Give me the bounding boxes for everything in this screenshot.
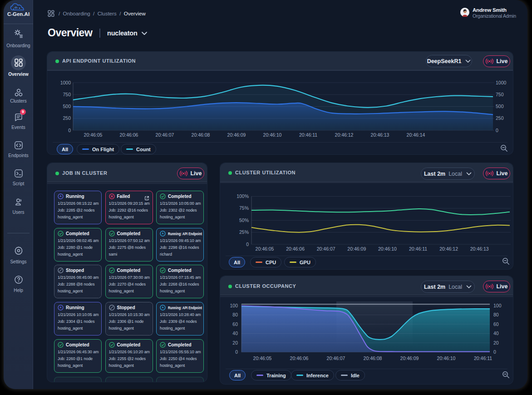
svg-text:20: 20 [493, 340, 499, 346]
svg-text:20:46:14: 20:46:14 [407, 132, 425, 138]
svg-text:20:46:09: 20:46:09 [400, 356, 419, 361]
svg-text:20:46:13: 20:46:13 [371, 132, 389, 138]
svg-text:250: 250 [63, 115, 71, 121]
svg-text:20:46:05: 20:46:05 [256, 246, 274, 252]
svg-text:0: 0 [246, 242, 249, 247]
svg-text:20:46:08: 20:46:08 [192, 132, 210, 138]
svg-text:20:46:07: 20:46:07 [317, 246, 335, 252]
svg-text:20:46:09: 20:46:09 [347, 246, 366, 252]
svg-text:20:46:10: 20:46:10 [263, 132, 282, 138]
svg-text:100%: 100% [236, 193, 249, 199]
svg-text:80: 80 [493, 312, 499, 317]
svg-text:20:46:08: 20:46:08 [364, 356, 382, 361]
svg-text:750: 750 [63, 92, 71, 97]
svg-text:60: 60 [232, 321, 238, 327]
svg-text:20:46:07: 20:46:07 [327, 356, 345, 361]
svg-text:20:46:06: 20:46:06 [286, 246, 305, 252]
svg-text:20:46:11: 20:46:11 [299, 132, 317, 138]
svg-text:20:46:13: 20:46:13 [470, 246, 489, 252]
svg-text:20:46:09: 20:46:09 [227, 132, 246, 138]
svg-text:20:46:07: 20:46:07 [156, 132, 174, 138]
svg-text:100: 100 [493, 303, 502, 308]
svg-text:750: 750 [496, 92, 504, 97]
svg-text:40: 40 [493, 331, 499, 336]
svg-text:250: 250 [496, 115, 504, 121]
svg-text:1000: 1000 [496, 80, 507, 85]
svg-text:20:46:10: 20:46:10 [437, 356, 456, 361]
svg-text:50%: 50% [239, 217, 249, 223]
svg-text:20:46:05: 20:46:05 [84, 132, 103, 138]
svg-text:25%: 25% [239, 229, 249, 235]
svg-text:75%: 75% [239, 205, 249, 211]
svg-text:40: 40 [232, 331, 238, 336]
svg-text:20:46:06: 20:46:06 [120, 132, 138, 138]
svg-text:100: 100 [230, 303, 238, 308]
svg-text:0: 0 [496, 128, 498, 133]
svg-text:0: 0 [235, 349, 238, 355]
svg-text:60: 60 [493, 321, 499, 327]
svg-text:20:46:10: 20:46:10 [378, 246, 397, 252]
svg-text:500: 500 [63, 104, 71, 109]
svg-text:20:46:11: 20:46:11 [409, 246, 427, 252]
svg-text:1000: 1000 [60, 80, 71, 85]
svg-text:0: 0 [68, 128, 71, 133]
svg-text:20:46:12: 20:46:12 [335, 132, 354, 138]
svg-text:500: 500 [496, 104, 504, 109]
svg-text:20: 20 [232, 340, 238, 346]
svg-text:20:46:12: 20:46:12 [439, 246, 458, 252]
svg-text:20:46:06: 20:46:06 [290, 356, 309, 361]
svg-text:80: 80 [232, 312, 238, 317]
svg-text:20:46:11: 20:46:11 [474, 356, 492, 361]
svg-text:20:46:05: 20:46:05 [253, 356, 272, 361]
svg-text:0: 0 [493, 349, 496, 355]
